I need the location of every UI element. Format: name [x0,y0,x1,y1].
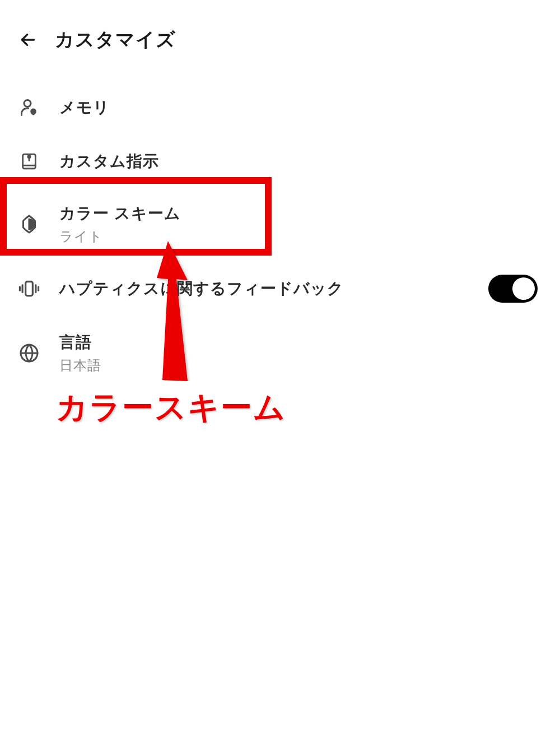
book-icon [17,149,41,174]
person-heart-icon [17,95,41,120]
setting-text: カスタム指示 [59,151,543,172]
setting-haptics[interactable]: ハプティクスに関するフィードバック [0,260,560,317]
page-title: カスタマイズ [55,27,176,53]
setting-value: 日本語 [59,356,543,374]
setting-label: カラー スキーム [59,203,543,224]
setting-language[interactable]: 言語 日本語 [0,317,560,389]
setting-label: ハプティクスに関するフィードバック [59,278,488,299]
toggle-knob [512,277,535,300]
setting-text: ハプティクスに関するフィードバック [59,278,488,299]
back-button[interactable] [17,29,39,51]
setting-label: メモリ [59,97,543,118]
setting-label: 言語 [59,332,543,353]
setting-label: カスタム指示 [59,151,543,172]
haptics-toggle[interactable] [488,275,538,303]
setting-text: メモリ [59,97,543,118]
setting-memory[interactable]: メモリ [0,81,560,135]
svg-point-1 [24,100,31,107]
globe-icon [17,341,41,365]
setting-custom-instructions[interactable]: カスタム指示 [0,135,560,188]
arrow-left-icon [19,31,37,49]
svg-point-5 [28,155,30,157]
setting-value: ライト [59,228,543,245]
setting-text: 言語 日本語 [59,332,543,374]
setting-color-scheme[interactable]: カラー スキーム ライト [0,188,560,260]
svg-rect-7 [26,281,33,295]
vibrate-icon [17,276,41,301]
setting-text: カラー スキーム ライト [59,203,543,245]
header: カスタマイズ [0,0,560,70]
brightness-icon [17,212,41,237]
settings-list: メモリ カスタム指示 カラー スキーム ライト [0,70,560,400]
annotation-text: カラースキーム [56,387,286,429]
